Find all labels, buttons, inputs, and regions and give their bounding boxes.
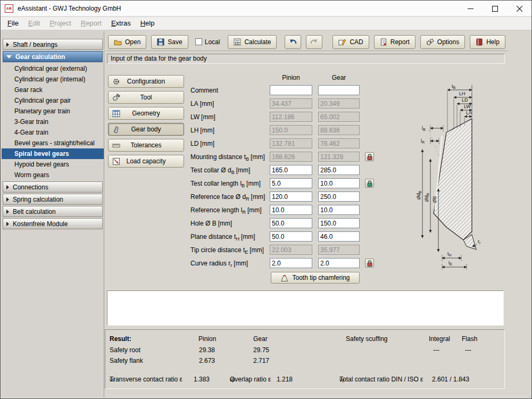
close-icon	[517, 6, 522, 12]
chevron-right-icon	[6, 197, 9, 202]
ld-pinion-input	[270, 138, 312, 148]
sidebar-item-hypoid-bevel-gears[interactable]: Hypoid bevel gears	[2, 159, 104, 170]
safety-root-gear-value: 29.75	[253, 346, 269, 354]
test-collar-diameter-pinion-input[interactable]	[270, 165, 312, 175]
sidebar-item-bevel-gears-straight-helical[interactable]: Bevel gears - straight/helical	[2, 138, 104, 148]
dim-label-rr: rr	[478, 239, 481, 245]
safety-root-pinion-value: 29.38	[199, 346, 215, 354]
sidebar-item-planetary-gear-train[interactable]: Planetary gear train	[2, 106, 104, 117]
calculate-button[interactable]: Calculate	[228, 35, 277, 49]
configuration-icon	[112, 78, 120, 86]
sidebar-item-4-gear-train[interactable]: 4-Gear train	[2, 127, 104, 138]
tip-circle-distance-gear-input	[318, 245, 360, 255]
plane-distance-pinion-input[interactable]	[270, 231, 312, 242]
plane-distance-gear-input[interactable]	[318, 231, 360, 242]
curve-radius-lock-button[interactable]	[365, 259, 374, 268]
mounting-distance-lock-button[interactable]	[365, 152, 374, 161]
reference-length-pinion-input[interactable]	[270, 205, 312, 215]
form-row-tip-circle-distance: Tip circle distance tE[mm]	[190, 243, 360, 256]
field-label: Mounting distance tB[mm]	[190, 153, 270, 161]
curve-radius-gear-input[interactable]	[318, 258, 360, 268]
local-checkbox[interactable]	[195, 38, 202, 45]
lw-gear-input	[318, 112, 360, 122]
field-label: LD[mm]	[190, 140, 270, 147]
menu-bar: File Edit Project Report Extras Help	[1, 17, 531, 30]
local-checkbox-group: Local	[195, 38, 220, 46]
lh-pinion-input	[270, 125, 312, 135]
sidebar-item-gear-rack[interactable]: Gear rack	[2, 85, 104, 95]
result-panel: Result: Pinion Gear Safety scuffing Inte…	[105, 329, 505, 389]
comment-pinion-input[interactable]	[270, 85, 312, 95]
test-collar-length-gear-input[interactable]	[318, 178, 360, 188]
options-button[interactable]: Options	[420, 35, 465, 49]
mounting-distance-gear-input	[318, 152, 360, 162]
sidebar-item-cylindrical-gear-external[interactable]: Cylindrical gear (external)	[2, 63, 104, 74]
lh-gear-input	[318, 125, 360, 135]
form-row-comment: Comment	[190, 84, 360, 97]
safety-root-integral-value: ---	[433, 346, 439, 354]
undo-button[interactable]	[285, 35, 301, 49]
sidebar-section-spring-calculation[interactable]: Spring calculation	[3, 194, 103, 205]
gear-body-icon	[112, 126, 120, 134]
sidebar-section-belt-calculation[interactable]: Belt calculation	[3, 206, 103, 217]
sidebar-item-spiral-bevel-gears[interactable]: Spiral bevel gears	[2, 148, 104, 159]
field-label: Test collar length lB[mm]	[190, 180, 270, 187]
lock-icon	[367, 180, 373, 187]
test-collar-length-lock-button[interactable]	[365, 179, 374, 188]
save-button[interactable]: Save	[151, 35, 188, 49]
close-button[interactable]	[507, 1, 531, 16]
reference-face-diameter-gear-input[interactable]	[318, 192, 360, 202]
reference-face-diameter-pinion-input[interactable]	[270, 192, 312, 202]
sidebar-section-shaft-bearings[interactable]: Shaft / bearings	[3, 39, 103, 50]
test-collar-diameter-gear-input[interactable]	[318, 165, 360, 175]
result-col-flash: Flash	[462, 335, 477, 343]
safety-flank-pinion-value: 2.673	[199, 357, 215, 364]
tool-button[interactable]: Tool	[108, 91, 184, 104]
message-area[interactable]	[107, 290, 504, 326]
curve-radius-pinion-input[interactable]	[270, 258, 312, 268]
tolerances-icon	[112, 142, 120, 149]
sidebar-section-kostenfreie-module[interactable]: Kostenfreie Module	[3, 218, 103, 229]
minimize-button[interactable]	[458, 1, 483, 16]
load-capacity-button[interactable]: Load capacity	[108, 155, 184, 168]
sidebar-item-cylindrical-gear-pair[interactable]: Cylindrical gear pair	[2, 95, 104, 106]
form-row-plane-distance: Plane distance tH[mm]	[190, 230, 360, 243]
help-button[interactable]: Help	[470, 35, 505, 49]
cad-button[interactable]: CAD	[332, 35, 369, 49]
menu-help[interactable]: Help	[136, 17, 160, 30]
minimize-icon	[468, 6, 473, 12]
geometry-button[interactable]: Geometry	[108, 107, 184, 120]
maximize-button[interactable]	[483, 1, 507, 16]
hole-diameter-gear-input[interactable]	[318, 218, 360, 228]
title-bar: eA eAssistant - GWJ Technology GmbH	[1, 1, 531, 16]
sidebar-item-cylindrical-gear-internal[interactable]: Cylindrical gear (internal)	[2, 74, 104, 85]
reference-length-gear-input[interactable]	[318, 205, 360, 215]
configuration-button[interactable]: Configuration	[108, 75, 184, 88]
sidebar-section-gear-calculation[interactable]: Gear calculation	[3, 51, 103, 62]
tooth-tip-chamfering-button[interactable]: Tooth tip chamfering	[271, 272, 360, 284]
tolerances-button[interactable]: Tolerances	[108, 139, 184, 152]
gear-body-button[interactable]: Gear body	[108, 123, 184, 136]
safety-root-label: Safety root	[110, 346, 140, 354]
menu-file[interactable]: File	[3, 17, 23, 30]
sidebar-section-connections[interactable]: Connections	[3, 181, 103, 193]
tool-icon	[112, 94, 120, 102]
toolbar: Open Save Local Calculate CAD	[106, 33, 508, 51]
comment-gear-input[interactable]	[318, 85, 360, 95]
dim-label-dr: ØdR	[424, 193, 430, 202]
sidebar-item-3-gear-train[interactable]: 3-Gear train	[2, 117, 104, 127]
sidebar-item-worm-gears[interactable]: Worm gears	[2, 170, 104, 180]
dim-label-ld: LD	[462, 97, 468, 103]
calculator-icon	[234, 38, 241, 46]
la-gear-input	[318, 98, 360, 109]
test-collar-length-pinion-input[interactable]	[270, 178, 312, 188]
field-label: Test collar Ø dB[mm]	[190, 167, 270, 174]
open-button[interactable]: Open	[108, 35, 146, 49]
result-col-pinion: Pinion	[198, 335, 216, 343]
result-col-gear: Gear	[253, 335, 268, 343]
report-button[interactable]: Report	[374, 35, 415, 49]
hole-diameter-pinion-input[interactable]	[270, 218, 312, 228]
menu-extras[interactable]: Extras	[106, 17, 136, 30]
form-row-test-collar-length: Test collar length lB[mm]	[190, 177, 374, 190]
total-contact-ratio-value: 2.601 / 1.843	[432, 376, 469, 383]
